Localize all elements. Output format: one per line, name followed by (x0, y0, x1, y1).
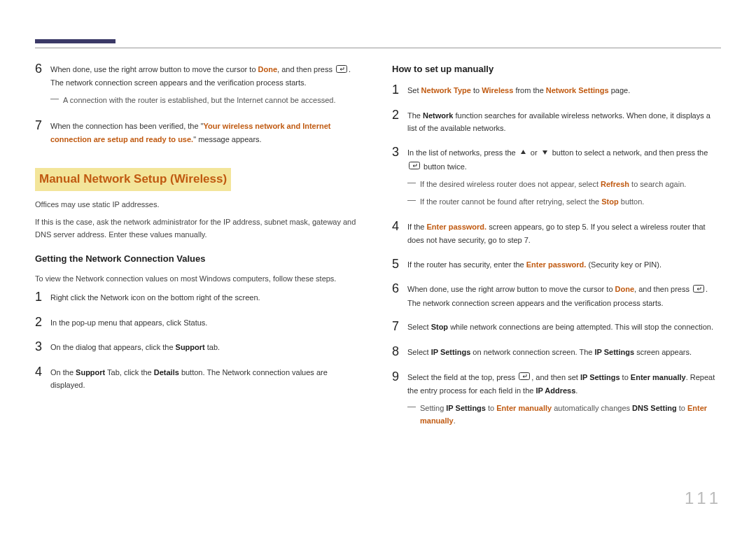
subsection-heading: Getting the Network Connection Values (35, 251, 364, 267)
hl: Enter password. (526, 260, 587, 269)
header-rule (35, 48, 721, 48)
rstep-3: 3 In the list of networks, press the or … (392, 145, 721, 209)
text: Tab, click the (105, 368, 154, 377)
text: , and then set (531, 373, 580, 381)
text: screen appears. (634, 348, 692, 356)
text: or (528, 148, 540, 157)
substep-2: 2 In the pop-up menu that appears, click… (35, 315, 364, 330)
note: If the router cannot be found after retr… (407, 195, 721, 209)
step-number: 4 (35, 365, 50, 392)
step-number: 3 (392, 145, 407, 209)
text: " message appears. (193, 135, 261, 143)
step-body: If the router has security, enter the En… (407, 257, 721, 272)
text: to (620, 373, 631, 381)
rstep-1: 1 Set Network Type to Wireless from the … (392, 83, 721, 98)
page-number: 111 (685, 484, 721, 513)
bold: Stop (431, 323, 448, 331)
enter-icon (336, 64, 347, 77)
text: In the list of networks, press the (407, 148, 518, 157)
step-number: 4 (392, 219, 407, 246)
note: A connection with the router is establis… (50, 94, 364, 107)
step-number: 3 (35, 339, 50, 355)
content-columns: 6 When done, use the right arrow button … (35, 62, 721, 439)
step-body: Set Network Type to Wireless from the Ne… (407, 83, 721, 98)
step-number: 1 (35, 290, 50, 305)
hl: Done (615, 285, 635, 293)
text: On the dialog that appears, click the (50, 343, 176, 351)
svg-marker-2 (542, 150, 547, 155)
text: button twice. (421, 162, 467, 171)
hl: Enter password. (427, 223, 487, 231)
text: If the router has security, enter the (407, 260, 526, 269)
text: The (407, 111, 423, 120)
step-body: Select the field at the top, press , and… (407, 370, 721, 430)
text: When the connection has been verified, t… (50, 122, 204, 130)
text: to (471, 86, 482, 94)
enter-icon (693, 283, 704, 297)
text: . (575, 386, 578, 395)
up-arrow-icon (519, 147, 527, 160)
step-body: If the Enter password. screen appears, g… (407, 219, 721, 246)
down-arrow-icon (541, 147, 549, 160)
left-column: 6 When done, use the right arrow button … (35, 62, 364, 439)
bold: Enter manually (631, 373, 686, 381)
section-heading: Manual Network Setup (Wireless) (35, 168, 231, 191)
rstep-7: 7 Select Stop while network connections … (392, 319, 721, 335)
substep-4: 4 On the Support Tab, click the Details … (35, 365, 364, 392)
step-6-left: 6 When done, use the right arrow button … (35, 62, 364, 108)
text: Select (407, 323, 431, 331)
note-text: Setting IP Settings to Enter manually au… (420, 402, 721, 428)
right-column: How to set up manually 1 Set Network Typ… (392, 62, 721, 439)
step-number: 5 (392, 257, 407, 272)
step-body: Right click the Network icon on the bott… (50, 290, 364, 305)
step-body: Select IP Settings on network connection… (407, 344, 721, 360)
details-label: Details (154, 368, 179, 377)
text: Select the field at the top, press (407, 373, 517, 381)
text: When done, use the right arrow button to… (50, 65, 258, 73)
paragraph: To view the Network connection values on… (35, 272, 364, 286)
note-text: A connection with the router is establis… (63, 94, 336, 107)
rstep-2: 2 The Network function searches for avai… (392, 108, 721, 135)
note-text: If the desired wireless router does not … (420, 178, 686, 191)
text: page. (609, 86, 631, 94)
rstep-8: 8 Select IP Settings on network connecti… (392, 344, 721, 360)
paragraph: Offices may use static IP addresses. (35, 198, 364, 211)
step-body: When the connection has been verified, t… (50, 118, 364, 146)
note-dash-icon (50, 99, 59, 99)
chapter-tab (35, 39, 115, 48)
text: function searches for available wireless… (407, 111, 710, 133)
step-number: 8 (392, 344, 407, 360)
step-number: 2 (35, 315, 50, 330)
bold: IP Address (536, 386, 575, 395)
text: button to select a network, and then pre… (550, 148, 708, 157)
rstep-4: 4 If the Enter password. screen appears,… (392, 219, 721, 246)
bold: IP Settings (431, 348, 471, 356)
step-body: Select Stop while network connections ar… (407, 319, 721, 335)
step-body: When done, use the right arrow button to… (50, 62, 364, 108)
enter-icon (519, 371, 530, 384)
text: On the (50, 368, 76, 377)
substep-1: 1 Right click the Network icon on the bo… (35, 290, 364, 305)
text: , and then press (277, 65, 335, 73)
rstep-6: 6 When done, use the right arrow button … (392, 281, 721, 309)
hl: Wireless (482, 86, 513, 94)
support-label: Support (176, 343, 205, 351)
note-dash-icon (407, 200, 416, 201)
text: on network connection screen. The (470, 348, 594, 356)
bold: IP Settings (580, 373, 620, 381)
step-body: The Network function searches for availa… (407, 108, 721, 135)
step-number: 2 (392, 108, 407, 135)
text: Set (407, 86, 421, 94)
subsection-heading: How to set up manually (392, 62, 721, 77)
enter-icon (409, 160, 420, 174)
text: tab. (205, 343, 220, 351)
bold: Network (423, 111, 453, 120)
step-number: 7 (35, 118, 50, 146)
rstep-5: 5 If the router has security, enter the … (392, 257, 721, 272)
substep-3: 3 On the dialog that appears, click the … (35, 339, 364, 355)
step-body: On the Support Tab, click the Details bu… (50, 365, 364, 392)
note: Setting IP Settings to Enter manually au… (407, 402, 721, 428)
step-number: 6 (392, 281, 407, 309)
text: , and then press (634, 285, 692, 293)
bold: IP Settings (594, 348, 634, 356)
